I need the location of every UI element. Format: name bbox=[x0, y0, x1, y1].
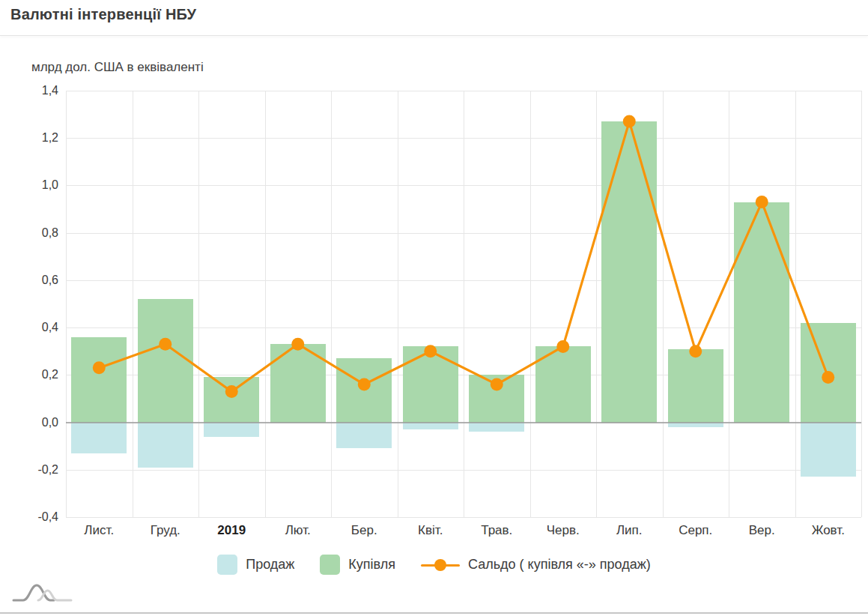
saldo-point[interactable] bbox=[93, 361, 106, 374]
legend-label-saldo: Сальдо ( купівля «-» продаж) bbox=[468, 557, 651, 573]
saldo-point[interactable] bbox=[491, 378, 503, 390]
plot-area bbox=[66, 91, 861, 517]
x-axis-tick-label: Жовт. bbox=[795, 523, 862, 538]
x-axis-tick-label: Трав. bbox=[463, 523, 530, 538]
saldo-point[interactable] bbox=[756, 196, 768, 208]
x-axis-tick-label: Лип. bbox=[595, 523, 663, 538]
x-axis-tick-label: Серп. bbox=[662, 523, 729, 538]
bottom-divider bbox=[0, 612, 868, 614]
gridline-vertical bbox=[861, 91, 862, 517]
sale-swatch-icon bbox=[217, 555, 237, 575]
logo-dark-wave-icon bbox=[13, 585, 54, 600]
y-axis-tick-label: 1,0 bbox=[0, 178, 58, 192]
chart-title: Валютні інтервенції НБУ bbox=[10, 6, 196, 23]
saldo-line bbox=[99, 121, 828, 391]
x-axis-tick-label: Лист. bbox=[65, 523, 133, 538]
x-axis-tick-label: 2019 bbox=[198, 523, 265, 538]
saldo-point[interactable] bbox=[689, 345, 702, 357]
saldo-line-icon bbox=[421, 559, 460, 571]
saldo-point[interactable] bbox=[424, 345, 437, 357]
y-axis-tick-label: 1,2 bbox=[0, 131, 58, 145]
saldo-line-series bbox=[66, 91, 861, 517]
y-axis-tick-label: 0,2 bbox=[0, 368, 58, 381]
saldo-point[interactable] bbox=[291, 338, 304, 351]
y-axis-tick-label: 0,8 bbox=[0, 226, 58, 240]
legend: Продаж Купівля Сальдо ( купівля «-» прод… bbox=[0, 555, 868, 575]
saldo-point[interactable] bbox=[159, 338, 172, 351]
x-axis-tick-label: Вер. bbox=[728, 523, 795, 538]
saldo-point[interactable] bbox=[822, 371, 834, 384]
legend-item-sale[interactable]: Продаж bbox=[217, 555, 294, 575]
x-axis-tick-label: Квіт. bbox=[397, 523, 464, 538]
header-divider bbox=[0, 35, 868, 36]
legend-label-buy: Купівля bbox=[348, 557, 395, 573]
y-axis-tick-label: 0,4 bbox=[0, 321, 58, 334]
x-axis-tick-label: Черв. bbox=[529, 523, 597, 538]
saldo-point[interactable] bbox=[623, 115, 636, 128]
chart-widget: Валютні інтервенції НБУ млрд дол. США в … bbox=[0, 0, 868, 616]
buy-swatch-icon bbox=[320, 555, 340, 575]
legend-item-buy[interactable]: Купівля bbox=[320, 555, 395, 575]
y-axis-tick-label: 0,6 bbox=[0, 274, 58, 287]
x-axis-tick-label: Бер. bbox=[330, 523, 398, 538]
x-axis-tick-label: Лют. bbox=[264, 523, 332, 538]
y-axis-tick-label: -0,4 bbox=[0, 510, 58, 524]
y-axis-title: млрд дол. США в еквіваленті bbox=[31, 60, 204, 75]
saldo-point[interactable] bbox=[225, 385, 238, 398]
x-axis-tick-label: Груд. bbox=[132, 523, 199, 538]
gridline-horizontal bbox=[66, 517, 861, 518]
saldo-point[interactable] bbox=[556, 340, 569, 353]
amcharts-logo[interactable] bbox=[12, 582, 73, 604]
legend-item-saldo[interactable]: Сальдо ( купівля «-» продаж) bbox=[421, 557, 651, 573]
y-axis-tick-label: 0,0 bbox=[0, 416, 58, 429]
legend-label-sale: Продаж bbox=[246, 557, 294, 573]
y-axis-tick-label: 1,4 bbox=[0, 84, 58, 97]
saldo-point[interactable] bbox=[358, 378, 371, 390]
y-axis-tick-label: -0,2 bbox=[0, 463, 58, 477]
